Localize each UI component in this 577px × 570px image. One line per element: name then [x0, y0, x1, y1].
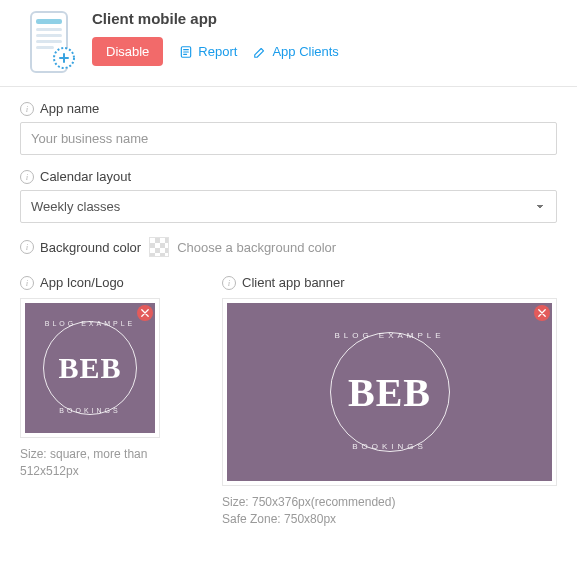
- close-icon: [141, 309, 149, 317]
- info-icon: i: [20, 240, 34, 254]
- banner-label: Client app banner: [242, 275, 345, 290]
- background-color-picker[interactable]: [149, 237, 169, 257]
- banner-caption-line1: Size: 750x376px(recommended): [222, 494, 557, 511]
- calendar-layout-select[interactable]: Weekly classes: [20, 190, 557, 223]
- logo-arc-top: BLOG EXAMPLE: [45, 320, 135, 327]
- info-icon: i: [20, 102, 34, 116]
- banner-caption: Size: 750x376px(recommended) Safe Zone: …: [222, 494, 557, 528]
- report-icon: [179, 45, 193, 59]
- banner-arc-bottom: BOOKINGS: [352, 442, 427, 451]
- page-title: Client mobile app: [92, 10, 557, 27]
- pencil-icon: [253, 45, 267, 59]
- app-name-label: App name: [40, 101, 99, 116]
- logo-center-text: BEB: [58, 351, 121, 385]
- svg-rect-3: [36, 34, 62, 37]
- remove-logo-button[interactable]: [137, 305, 153, 321]
- disable-button[interactable]: Disable: [92, 37, 163, 66]
- report-label: Report: [198, 44, 237, 59]
- app-clients-label: App Clients: [272, 44, 338, 59]
- banner-caption-line2: Safe Zone: 750x80px: [222, 511, 557, 528]
- svg-rect-5: [36, 46, 54, 49]
- background-color-label: Background color: [40, 240, 141, 255]
- logo-arc-bottom: BOOKINGS: [59, 407, 120, 414]
- info-icon: i: [222, 276, 236, 290]
- mobile-app-icon: [20, 10, 78, 74]
- calendar-layout-label: Calendar layout: [40, 169, 131, 184]
- info-icon: i: [20, 276, 34, 290]
- remove-banner-button[interactable]: [534, 305, 550, 321]
- close-icon: [538, 309, 546, 317]
- app-icon-caption: Size: square, more than 512x512px: [20, 446, 198, 480]
- svg-rect-4: [36, 40, 62, 43]
- app-icon-label: App Icon/Logo: [40, 275, 124, 290]
- app-clients-link[interactable]: App Clients: [253, 44, 338, 59]
- banner-center-text: BEB: [348, 369, 431, 416]
- svg-rect-1: [36, 19, 62, 24]
- banner-arc-top: BLOG EXAMPLE: [334, 331, 444, 340]
- app-name-input[interactable]: [20, 122, 557, 155]
- banner-preview[interactable]: BLOG EXAMPLE BEB BOOKINGS: [222, 298, 557, 486]
- app-icon-preview[interactable]: BLOG EXAMPLE BEB BOOKINGS: [20, 298, 160, 438]
- info-icon: i: [20, 170, 34, 184]
- background-color-hint: Choose a background color: [177, 240, 336, 255]
- svg-rect-2: [36, 28, 62, 31]
- report-link[interactable]: Report: [179, 44, 237, 59]
